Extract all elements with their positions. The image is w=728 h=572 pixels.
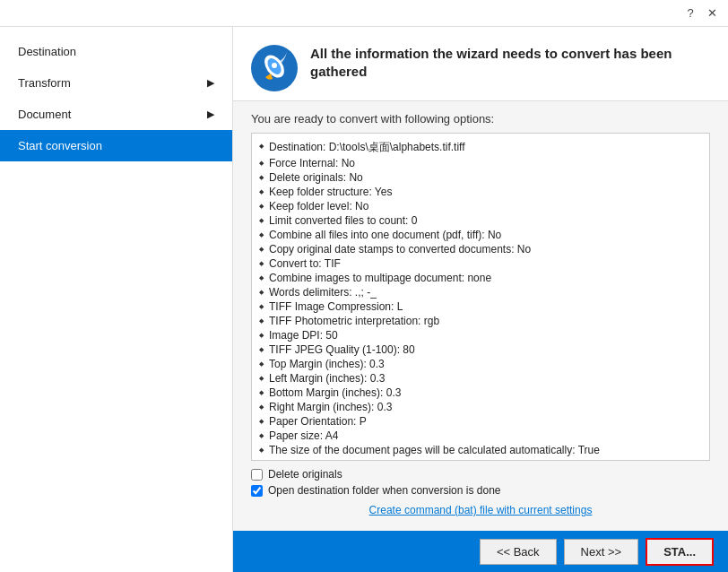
options-list-item: TIFF JPEG Quality (1-100): 80 bbox=[259, 342, 702, 357]
options-list-item: Combine images to multipage document: no… bbox=[259, 271, 702, 285]
help-button[interactable]: ? bbox=[681, 4, 699, 22]
header-title: All the information the wizard needs to … bbox=[310, 45, 710, 80]
sidebar-item-start-conversion[interactable]: Start conversion bbox=[0, 130, 232, 161]
options-list-item: Top Margin (inches): 0.3 bbox=[259, 357, 702, 371]
options-list-item: Copy original date stamps to converted d… bbox=[259, 242, 702, 256]
close-button[interactable]: ✕ bbox=[703, 4, 721, 22]
back-button[interactable]: << Back bbox=[480, 539, 557, 565]
open-destination-checkbox-row[interactable]: Open destination folder when conversion … bbox=[251, 484, 710, 497]
options-list-item: Keep folder level: No bbox=[259, 199, 702, 213]
options-list-item: Image DPI: 50 bbox=[259, 328, 702, 342]
options-list-item: TIFF Photometric interpretation: rgb bbox=[259, 314, 702, 328]
options-list-item: Delete originals: No bbox=[259, 170, 702, 185]
options-list-item: Destination: D:\tools\桌面\alphabets.tif.t… bbox=[259, 139, 702, 156]
options-list-item: Paper size: A4 bbox=[259, 429, 702, 443]
bat-link[interactable]: Create command (bat) file with current s… bbox=[251, 500, 710, 520]
delete-originals-checkbox[interactable] bbox=[251, 469, 263, 481]
bottom-bar: << Back Next >> STA... bbox=[233, 531, 728, 572]
transform-arrow-icon: ▶ bbox=[207, 77, 214, 89]
options-list-item: Keep folder structure: Yes bbox=[259, 185, 702, 199]
options-list-item: Words delimiters: .,; -_ bbox=[259, 285, 702, 299]
sidebar: Destination Transform ▶ Document ▶ Start… bbox=[0, 27, 233, 572]
document-arrow-icon: ▶ bbox=[207, 108, 214, 120]
ready-text: You are ready to convert with following … bbox=[251, 112, 710, 126]
start-button[interactable]: STA... bbox=[646, 538, 714, 566]
options-list-item: Right Margin (inches): 0.3 bbox=[259, 400, 702, 414]
open-destination-checkbox[interactable] bbox=[251, 485, 263, 497]
options-list-item: The size of the document pages will be c… bbox=[259, 443, 702, 457]
options-list-item: Convert to: TIF bbox=[259, 256, 702, 271]
options-list-item: Left Margin (inches): 0.3 bbox=[259, 371, 702, 386]
options-list-item: Limit converted files to count: 0 bbox=[259, 213, 702, 228]
title-bar: ? ✕ bbox=[0, 0, 728, 27]
delete-originals-checkbox-row[interactable]: Delete originals bbox=[251, 468, 710, 481]
content-header: All the information the wizard needs to … bbox=[233, 27, 728, 101]
delete-originals-label: Delete originals bbox=[268, 468, 342, 481]
options-list-item: Combine all files into one document (pdf… bbox=[259, 228, 702, 242]
next-button[interactable]: Next >> bbox=[564, 539, 639, 565]
options-list-item: Force Internal: No bbox=[259, 156, 702, 170]
options-list-item: Paper Orientation: P bbox=[259, 414, 702, 429]
sidebar-item-document[interactable]: Document ▶ bbox=[0, 99, 232, 130]
options-list-item: TIFF Image Compression: L bbox=[259, 299, 702, 314]
rocket-icon bbox=[251, 45, 298, 91]
options-list-item: Bottom Margin (inches): 0.3 bbox=[259, 386, 702, 400]
sidebar-item-transform[interactable]: Transform ▶ bbox=[0, 67, 232, 99]
open-destination-label: Open destination folder when conversion … bbox=[268, 484, 501, 497]
sidebar-item-destination[interactable]: Destination bbox=[0, 36, 232, 67]
svg-point-3 bbox=[272, 63, 277, 68]
options-box[interactable]: Destination: D:\tools\桌面\alphabets.tif.t… bbox=[251, 133, 710, 461]
